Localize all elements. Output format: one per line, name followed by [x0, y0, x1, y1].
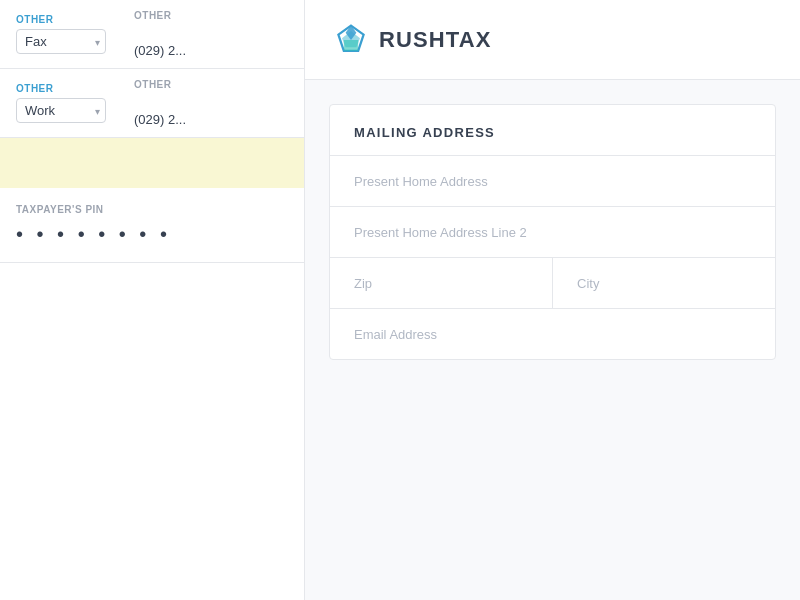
app-header: RUSHTAX	[305, 0, 800, 80]
phone-type-select-2[interactable]: Work Fax Home Mobile	[16, 98, 106, 123]
section-title: MAILING ADDRESS	[354, 125, 495, 140]
pin-section: TAXPAYER'S PIN • • • • • • • •	[0, 188, 304, 263]
phone-number-label-2: OTHER	[134, 79, 288, 90]
email-input[interactable]	[354, 327, 751, 342]
pin-dots: • • • • • • • •	[16, 223, 288, 246]
phone-row-2: OTHER Work Fax Home Mobile OTHER (029) 2…	[0, 69, 304, 138]
phone-row-1: OTHER Fax Work Home Mobile OTHER (029) 2…	[0, 0, 304, 69]
highlighted-row	[0, 138, 304, 188]
mailing-address-header: MAILING ADDRESS	[330, 105, 775, 155]
phone-number-value-1: (029) 2...	[134, 25, 288, 58]
rushtax-logo-icon	[333, 22, 369, 58]
address-line1-field[interactable]	[330, 155, 775, 206]
city-field[interactable]	[553, 258, 775, 308]
mailing-address-card: MAILING ADDRESS	[329, 104, 776, 360]
phone-type-select-wrapper-1[interactable]: Fax Work Home Mobile	[16, 29, 106, 54]
city-input[interactable]	[577, 276, 751, 291]
phone-number-value-2: (029) 2...	[134, 94, 288, 127]
address-line2-field[interactable]	[330, 206, 775, 257]
phone-type-label-2: OTHER	[16, 83, 126, 94]
phone-type-label-1: OTHER	[16, 14, 126, 25]
address-line2-input[interactable]	[354, 225, 751, 240]
svg-marker-3	[344, 40, 358, 51]
address-line1-input[interactable]	[354, 174, 751, 189]
phone-type-select-wrapper-2[interactable]: Work Fax Home Mobile	[16, 98, 106, 123]
zip-city-row	[330, 257, 775, 308]
app-name: RUSHTAX	[379, 27, 491, 53]
email-field[interactable]	[330, 308, 775, 359]
zip-field[interactable]	[330, 258, 553, 308]
phone-type-select-1[interactable]: Fax Work Home Mobile	[16, 29, 106, 54]
right-panel: RUSHTAX MAILING ADDRESS	[305, 0, 800, 600]
logo: RUSHTAX	[333, 22, 491, 58]
pin-label: TAXPAYER'S PIN	[16, 204, 288, 215]
phone-number-label-1: OTHER	[134, 10, 288, 21]
left-panel: OTHER Fax Work Home Mobile OTHER (029) 2…	[0, 0, 305, 600]
zip-input[interactable]	[354, 276, 528, 291]
